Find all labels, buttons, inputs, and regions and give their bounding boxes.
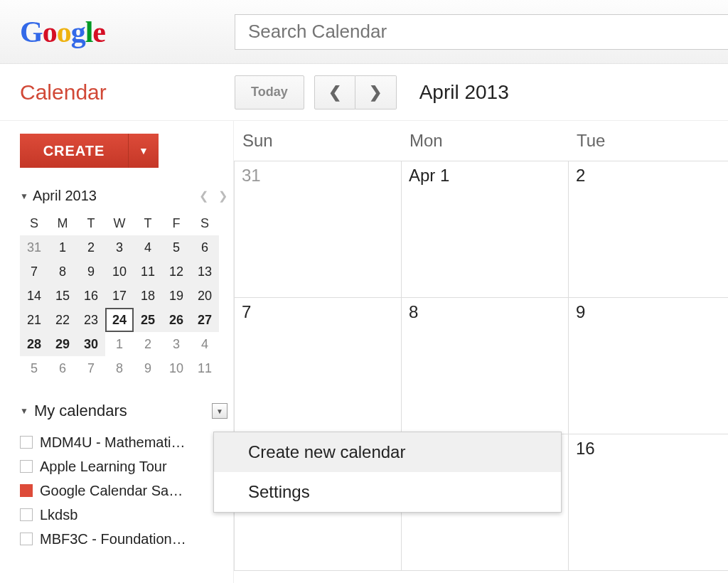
mini-day-cell[interactable]: 12	[162, 260, 191, 284]
mini-day-cell[interactable]: 20	[191, 284, 219, 308]
google-logo: Google	[0, 15, 117, 49]
create-dropdown-button[interactable]: ▼	[129, 134, 159, 168]
toolbar: Calendar Today ❮ ❯ April 2013	[0, 64, 728, 121]
my-calendars-header: ▼ My calendars ▼	[20, 402, 228, 420]
calendar-day-cell[interactable]: 16	[568, 434, 728, 570]
calendar-color-box[interactable]	[20, 484, 33, 497]
calendar-grid: SunMonTue 31Apr 1278916	[234, 121, 728, 583]
mini-cal-header: ▼ April 2013 ❮ ❯	[20, 188, 228, 204]
mini-day-cell[interactable]: 11	[191, 356, 219, 380]
mini-weekday-head: S	[191, 211, 219, 235]
app-title: Calendar	[0, 80, 235, 105]
mini-day-cell[interactable]: 9	[134, 356, 162, 380]
calendar-color-box[interactable]	[20, 533, 33, 545]
calendar-list-label: Apple Learning Tour	[40, 459, 167, 475]
mini-day-cell[interactable]: 16	[77, 284, 105, 308]
mini-day-cell[interactable]: 18	[134, 284, 162, 308]
calendar-list-label: Lkdsb	[40, 507, 77, 523]
mini-day-cell[interactable]: 6	[48, 356, 77, 380]
mini-weekday-head: T	[77, 211, 105, 235]
mini-day-cell[interactable]: 23	[77, 308, 105, 332]
mini-day-cell[interactable]: 15	[48, 284, 77, 308]
dropdown-menu-item[interactable]: Create new calendar	[214, 432, 561, 472]
create-button[interactable]: CREATE	[20, 134, 129, 168]
calendar-row: 31Apr 12	[234, 161, 728, 298]
mini-day-cell[interactable]: 2	[77, 235, 105, 260]
sidebar: CREATE ▼ ▼ April 2013 ❮ ❯ SMTWTFS3112345…	[0, 121, 234, 583]
mini-day-cell[interactable]: 28	[20, 332, 48, 356]
mini-day-cell[interactable]: 3	[162, 332, 191, 356]
calendar-day-cell[interactable]: 7	[234, 298, 401, 434]
mini-day-cell[interactable]: 29	[48, 332, 77, 356]
mini-day-cell[interactable]: 25	[134, 308, 162, 332]
display-date: April 2013	[419, 81, 509, 104]
mini-day-cell[interactable]: 19	[162, 284, 191, 308]
mini-weekday-head: W	[105, 211, 134, 235]
search-input[interactable]	[235, 14, 728, 50]
today-button[interactable]: Today	[235, 75, 304, 109]
mini-day-cell[interactable]: 8	[105, 356, 134, 380]
mini-day-cell[interactable]: 31	[20, 235, 48, 260]
mini-day-cell[interactable]: 7	[77, 356, 105, 380]
calendar-list-label: MDM4U - Mathemati…	[40, 434, 185, 451]
my-calendars-list: MDM4U - Mathemati…Apple Learning TourGoo…	[20, 430, 228, 551]
mini-day-cell[interactable]: 7	[20, 260, 48, 284]
mini-day-cell[interactable]: 5	[20, 356, 48, 380]
calendar-list-item[interactable]: Apple Learning Tour	[20, 454, 228, 478]
chevron-left-icon: ❮	[328, 83, 341, 102]
mini-next-button[interactable]: ❯	[218, 189, 228, 203]
my-calendars-dropdown: Create new calendarSettings	[213, 432, 562, 513]
myc-collapse-icon[interactable]: ▼	[20, 406, 28, 416]
create-wrap: CREATE ▼	[20, 134, 159, 168]
mini-day-cell[interactable]: 21	[20, 308, 48, 332]
mini-day-cell[interactable]: 1	[48, 235, 77, 260]
calendar-list-item[interactable]: MBF3C - Foundation…	[20, 527, 228, 551]
next-button[interactable]: ❯	[355, 75, 397, 109]
calendar-color-box[interactable]	[20, 508, 33, 521]
mini-weekday-head: T	[134, 211, 162, 235]
calendar-day-cell[interactable]: 8	[401, 298, 568, 434]
mini-day-cell[interactable]: 1	[105, 332, 134, 356]
calendar-color-box[interactable]	[20, 436, 33, 449]
mini-prev-button[interactable]: ❮	[199, 189, 208, 203]
myc-title: My calendars	[34, 402, 127, 420]
mini-day-cell[interactable]: 9	[77, 260, 105, 284]
triangle-down-icon: ▼	[216, 407, 223, 415]
mini-day-cell[interactable]: 14	[20, 284, 48, 308]
calendar-list-item[interactable]: Google Calendar Sa…	[20, 478, 228, 503]
mini-day-cell[interactable]: 8	[48, 260, 77, 284]
calendar-color-box[interactable]	[20, 460, 33, 473]
dropdown-menu-item[interactable]: Settings	[214, 472, 561, 512]
search-wrap	[117, 14, 728, 50]
mini-day-cell[interactable]: 30	[77, 332, 105, 356]
calendar-day-cell[interactable]: 31	[234, 161, 401, 297]
mini-weekday-head: F	[162, 211, 191, 235]
calendar-weekday-header: SunMonTue	[234, 121, 728, 161]
mini-day-cell[interactable]: 4	[134, 235, 162, 260]
mini-day-cell[interactable]: 3	[105, 235, 134, 260]
mini-day-cell[interactable]: 22	[48, 308, 77, 332]
calendar-list-item[interactable]: MDM4U - Mathemati…	[20, 430, 228, 454]
mini-day-cell[interactable]: 27	[191, 308, 219, 332]
chevron-right-icon: ❯	[369, 83, 382, 102]
mini-day-cell[interactable]: 6	[191, 235, 219, 260]
prev-button[interactable]: ❮	[314, 75, 355, 109]
mini-day-cell[interactable]: 11	[134, 260, 162, 284]
mini-calendar: SMTWTFS311234567891011121314151617181920…	[20, 211, 228, 380]
mini-day-cell[interactable]: 2	[134, 332, 162, 356]
calendar-list-item[interactable]: Lkdsb	[20, 503, 228, 527]
calendar-day-cell[interactable]: 2	[568, 161, 728, 297]
mini-day-cell[interactable]: 5	[162, 235, 191, 260]
mini-day-cell[interactable]: 13	[191, 260, 219, 284]
mini-day-cell[interactable]: 10	[162, 356, 191, 380]
mini-day-cell[interactable]: 17	[105, 284, 134, 308]
mini-collapse-icon[interactable]: ▼	[20, 191, 28, 201]
mini-day-cell[interactable]: 10	[105, 260, 134, 284]
calendar-day-cell[interactable]: 9	[568, 298, 728, 434]
mini-day-cell[interactable]: 24	[105, 308, 134, 332]
calendar-day-cell[interactable]: Apr 1	[401, 161, 568, 297]
mini-day-cell[interactable]: 26	[162, 308, 191, 332]
mini-day-cell[interactable]: 4	[191, 332, 219, 356]
my-calendars-menu-button[interactable]: ▼	[212, 403, 228, 419]
calendar-list-label: Google Calendar Sa…	[40, 483, 183, 499]
